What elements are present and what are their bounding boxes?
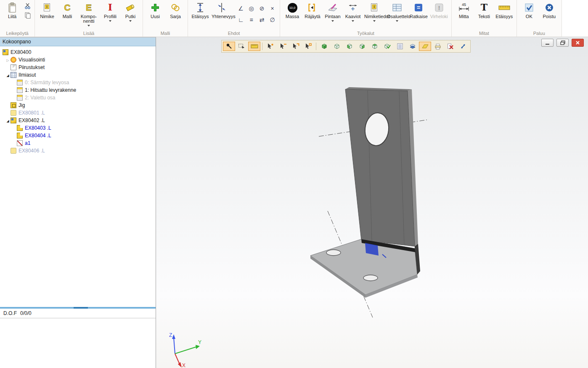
bracket-model[interactable] bbox=[310, 87, 420, 298]
shaded-view-button[interactable] bbox=[318, 42, 330, 51]
svg-text:C: C bbox=[64, 3, 70, 12]
solve-icon: = bbox=[414, 2, 423, 13]
tree-item-piirustukset[interactable]: Piirustukset bbox=[0, 64, 156, 71]
feature-list-button[interactable] bbox=[394, 42, 406, 51]
component-dropdown-arrow-icon[interactable] bbox=[87, 25, 90, 27]
component-button[interactable]: E Kompo-nentti bbox=[77, 1, 100, 27]
pin-button[interactable] bbox=[223, 42, 235, 51]
svg-text:T: T bbox=[481, 2, 488, 13]
measure-button[interactable]: 45 Mitta bbox=[454, 1, 474, 19]
fix-constraint-icon: × bbox=[270, 5, 274, 12]
tree-item-ex80801[interactable]: EX80801 .L bbox=[0, 109, 156, 117]
base-hole-1[interactable] bbox=[326, 250, 341, 256]
item-data-button[interactable]: i Nimiketiedot bbox=[363, 1, 386, 22]
item-button[interactable]: i Nimike bbox=[37, 1, 57, 19]
tree-item-ex80404[interactable]: EX80404 .L bbox=[0, 132, 156, 139]
minimize-button[interactable] bbox=[541, 39, 554, 47]
perpendicular-constraint-button[interactable]: ∟ bbox=[236, 14, 246, 25]
to-surface-dropdown-arrow-icon[interactable] bbox=[331, 20, 334, 22]
cut-button[interactable] bbox=[23, 1, 32, 11]
zoom-window-button[interactable] bbox=[236, 42, 248, 51]
pipe-dropdown-arrow-icon[interactable] bbox=[129, 20, 132, 22]
series-button[interactable]: Sarja bbox=[165, 1, 185, 19]
coincidence-constraint-button[interactable]: Yhtenevyys bbox=[210, 1, 233, 19]
distance-constraint-button[interactable]: Etäisyys bbox=[190, 1, 210, 19]
scene-3d[interactable]: Z Y X bbox=[156, 37, 588, 368]
workplane-button[interactable] bbox=[419, 42, 431, 51]
close-button[interactable] bbox=[572, 39, 584, 47]
halfshade-view-icon bbox=[358, 43, 366, 50]
diagrams-dropdown-arrow-icon[interactable] bbox=[352, 20, 354, 22]
constraint-icon-grid: ∠ ◎ ⊘ × ∟ ≡ ⇄ ∅ bbox=[236, 3, 278, 25]
sheet-part-icon bbox=[17, 133, 23, 139]
tree-item-ex80400[interactable]: EX80400 bbox=[0, 48, 156, 56]
diagrams-button[interactable]: Kaaviot bbox=[343, 1, 363, 22]
snap-edge-button[interactable] bbox=[289, 42, 302, 51]
pipe-button[interactable]: Putki bbox=[120, 1, 140, 22]
copy-button[interactable] bbox=[23, 11, 32, 20]
expander-expanded-icon[interactable] bbox=[5, 117, 11, 123]
distance-dimension-button[interactable]: Etäisyys bbox=[494, 1, 514, 19]
expander-collapsed-icon[interactable] bbox=[5, 57, 11, 63]
parts-list-dropdown-arrow-icon[interactable] bbox=[396, 20, 398, 22]
parts-list-button[interactable]: Osaluettelo bbox=[386, 1, 408, 22]
snap-free-button[interactable] bbox=[264, 42, 276, 51]
base-hole-2[interactable] bbox=[363, 275, 378, 281]
orientation-triad: Z Y X bbox=[169, 332, 201, 368]
exit-button[interactable]: Poistu bbox=[539, 1, 559, 19]
mass-button[interactable]: 10,0 Massa bbox=[282, 1, 302, 19]
section-view-button[interactable] bbox=[406, 42, 418, 51]
paste-icon bbox=[7, 2, 17, 13]
release-constraint-button[interactable]: ∅ bbox=[267, 14, 278, 25]
topshade-view-button[interactable] bbox=[368, 42, 381, 51]
symmetry-constraint-button[interactable]: ⇄ bbox=[257, 14, 267, 25]
profile-button[interactable]: I Profiili bbox=[100, 1, 120, 22]
measure-tool-button[interactable] bbox=[248, 42, 260, 51]
parallel-constraint-button[interactable]: ≡ bbox=[246, 14, 257, 25]
new-button[interactable]: Uusi bbox=[145, 1, 165, 19]
section-view-icon bbox=[409, 43, 416, 50]
axis-label-z: Z bbox=[169, 332, 172, 338]
print-button[interactable] bbox=[432, 42, 444, 51]
configuration-item-icon bbox=[17, 95, 23, 101]
tree-item-ex80403[interactable]: EX80403 .L bbox=[0, 124, 156, 132]
explode-button[interactable]: Räjäytä bbox=[302, 1, 323, 19]
angle-constraint-button[interactable]: ∠ bbox=[236, 3, 246, 14]
error-log-button[interactable]: ! Virheloki bbox=[429, 1, 449, 19]
fix-constraint-button[interactable]: × bbox=[267, 3, 278, 14]
viewport[interactable]: Z Y X bbox=[156, 37, 588, 368]
paste-button[interactable]: Liitä bbox=[2, 1, 22, 19]
solve-button[interactable]: = Ratkaise bbox=[408, 1, 429, 19]
expander-expanded-icon[interactable] bbox=[5, 72, 11, 78]
verify-model-button[interactable] bbox=[381, 42, 393, 51]
ok-button[interactable]: OK bbox=[519, 1, 539, 19]
fit-view-button[interactable] bbox=[457, 42, 469, 51]
toolbar-separator bbox=[316, 43, 316, 50]
tangent-constraint-button[interactable]: ⊘ bbox=[257, 3, 267, 14]
tree-item-ex80402[interactable]: EX80402 .L bbox=[0, 117, 156, 124]
measure-icon: 45 bbox=[458, 2, 469, 13]
halfshade-view-button[interactable] bbox=[356, 42, 368, 51]
to-surface-button[interactable]: Pintaan bbox=[323, 1, 343, 22]
tree-item-ex80406[interactable]: EX80406 .L bbox=[0, 147, 156, 155]
tree-item-config-1[interactable]: 1: Hitsattu levyrakenne bbox=[0, 86, 156, 94]
zoom-window-icon bbox=[238, 43, 246, 50]
snap-face-button[interactable] bbox=[302, 42, 314, 51]
delete-button[interactable] bbox=[444, 42, 456, 51]
hidden-lines-view-button[interactable] bbox=[343, 42, 355, 51]
tree-item-jig[interactable]: Jig bbox=[0, 101, 156, 109]
profile-dropdown-arrow-icon[interactable] bbox=[109, 20, 111, 22]
snap-line-icon bbox=[279, 43, 287, 50]
concentric-constraint-button[interactable]: ◎ bbox=[246, 3, 257, 14]
tree-item-visualisointi[interactable]: Visualisointi bbox=[0, 56, 156, 64]
tree-item-ilmiasut[interactable]: Ilmiasut bbox=[0, 71, 156, 79]
snap-line-button[interactable] bbox=[277, 42, 289, 51]
item-data-dropdown-arrow-icon[interactable] bbox=[373, 20, 376, 22]
tree-item-config-2[interactable]: 2: Valettu osa bbox=[0, 94, 156, 101]
tree-item-config-0[interactable]: 0: Särmätty levyosa bbox=[0, 79, 156, 86]
model-button[interactable]: C Malli bbox=[57, 1, 77, 19]
tree-item-a1[interactable]: a1 bbox=[0, 139, 156, 147]
wireframe-view-button[interactable] bbox=[331, 42, 343, 51]
text-button[interactable]: T Teksti bbox=[474, 1, 494, 19]
restore-button[interactable] bbox=[556, 39, 569, 47]
